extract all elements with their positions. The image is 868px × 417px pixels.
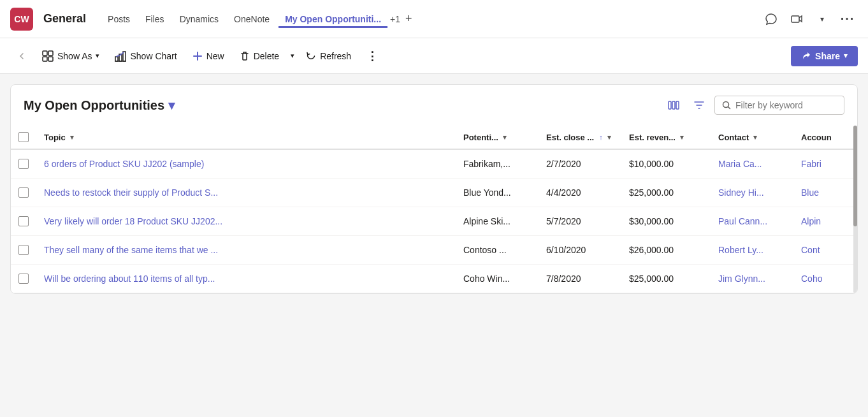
row-contact[interactable]: Sidney Hi... <box>711 179 793 207</box>
new-button[interactable]: New <box>186 47 231 65</box>
chat-icon-btn[interactable] <box>761 9 781 29</box>
contact-link[interactable]: Robert Ly... <box>718 245 763 255</box>
row-checkbox-cell[interactable] <box>11 236 36 265</box>
contact-link[interactable]: Sidney Hi... <box>718 187 764 198</box>
row-potential: Alpine Ski... <box>456 207 539 236</box>
topic-link[interactable]: Will be ordering about 110 items of all … <box>44 274 215 284</box>
video-icon-btn[interactable] <box>786 9 807 29</box>
opportunities-table: Topic ▾ Potenti... ▾ Est <box>11 126 857 293</box>
row-topic[interactable]: They sell many of the same items that we… <box>36 236 456 265</box>
account-link[interactable]: Coho <box>801 274 822 284</box>
table-header-row: Topic ▾ Potenti... ▾ Est <box>11 126 857 149</box>
filter-keyword-input[interactable] <box>735 100 837 110</box>
row-contact[interactable]: Paul Cann... <box>711 207 793 236</box>
main-content: My Open Opportunities ▾ <box>0 74 868 304</box>
row-close: 7/8/2020 <box>539 265 621 293</box>
row-close: 5/7/2020 <box>539 207 621 236</box>
table-row[interactable]: Very likely will order 18 Product SKU JJ… <box>11 207 857 236</box>
chevron-down-icon-btn[interactable]: ▾ <box>812 9 832 29</box>
show-as-button[interactable]: Show As ▾ <box>36 47 106 66</box>
row-checkbox-cell[interactable] <box>11 207 36 236</box>
back-button[interactable] <box>10 47 33 65</box>
nav-links: Posts Files Dynamics OneNote My Open Opp… <box>101 10 412 28</box>
column-settings-icon-btn[interactable] <box>663 95 684 115</box>
row-checkbox-cell[interactable] <box>11 179 36 207</box>
row-potential: Contoso ... <box>456 236 539 265</box>
topic-link[interactable]: Very likely will order 18 Product SKU JJ… <box>44 216 222 226</box>
row-potential: Blue Yond... <box>456 179 539 207</box>
row-account[interactable]: Cont <box>793 236 857 265</box>
th-potential[interactable]: Potenti... ▾ <box>456 126 539 149</box>
more-button[interactable]: ⋮ <box>360 45 384 67</box>
th-contact[interactable]: Contact ▾ <box>711 126 793 149</box>
contact-link[interactable]: Jim Glynn... <box>718 274 765 284</box>
contact-link[interactable]: Maria Ca... <box>718 159 762 169</box>
delete-icon <box>240 51 250 61</box>
filter-input-container[interactable] <box>714 96 844 115</box>
account-link[interactable]: Cont <box>801 245 820 255</box>
row-checkbox[interactable] <box>18 274 29 284</box>
row-topic[interactable]: Very likely will order 18 Product SKU JJ… <box>36 207 456 236</box>
share-icon <box>801 51 811 61</box>
svg-rect-9 <box>672 101 675 109</box>
row-checkbox[interactable] <box>18 187 29 198</box>
contact-link[interactable]: Paul Cann... <box>718 216 767 226</box>
table-body: 6 orders of Product SKU JJ202 (sample) F… <box>11 149 857 293</box>
row-contact[interactable]: Robert Ly... <box>711 236 793 265</box>
account-link[interactable]: Blue <box>801 187 819 198</box>
row-contact[interactable]: Maria Ca... <box>711 149 793 179</box>
scrollbar-thumb[interactable] <box>853 126 857 226</box>
delete-dropdown-button[interactable]: ▾ <box>288 48 297 64</box>
th-revenue[interactable]: Est. reven... ▾ <box>621 126 711 149</box>
nav-opportunities[interactable]: My Open Opportuniti... <box>278 10 387 28</box>
toolbar: Show As ▾ Show Chart New Delete ▾ Refre <box>0 38 868 74</box>
more-icon: ⋮ <box>366 49 378 63</box>
nav-dynamics[interactable]: Dynamics <box>173 10 225 28</box>
row-checkbox[interactable] <box>18 216 29 226</box>
view-title-chevron[interactable]: ▾ <box>168 98 175 113</box>
row-checkbox[interactable] <box>18 245 29 255</box>
filter-icon-btn[interactable] <box>689 95 709 115</box>
svg-rect-5 <box>115 57 118 61</box>
add-tab-btn[interactable]: + <box>405 12 412 26</box>
svg-rect-4 <box>48 57 53 61</box>
table-row[interactable]: Will be ordering about 110 items of all … <box>11 265 857 293</box>
row-checkbox-cell[interactable] <box>11 265 36 293</box>
row-account[interactable]: Blue <box>793 179 857 207</box>
table-row[interactable]: Needs to restock their supply of Product… <box>11 179 857 207</box>
row-checkbox-cell[interactable] <box>11 149 36 179</box>
more-options-icon-btn[interactable]: ··· <box>837 9 858 29</box>
nav-plus-badge[interactable]: +1 <box>390 14 400 24</box>
row-topic[interactable]: 6 orders of Product SKU JJ202 (sample) <box>36 149 456 179</box>
row-topic[interactable]: Will be ordering about 110 items of all … <box>36 265 456 293</box>
delete-button[interactable]: Delete <box>233 47 286 65</box>
topic-link[interactable]: Needs to restock their supply of Product… <box>44 187 218 198</box>
th-close[interactable]: Est. close ... ↑ ▾ <box>539 126 621 149</box>
share-button[interactable]: Share ▾ <box>791 46 858 66</box>
row-contact[interactable]: Jim Glynn... <box>711 265 793 293</box>
account-link[interactable]: Fabri <box>801 159 821 169</box>
row-account[interactable]: Coho <box>793 265 857 293</box>
video-icon <box>790 13 803 26</box>
refresh-button[interactable]: Refresh <box>300 47 358 65</box>
show-chart-button[interactable]: Show Chart <box>108 47 183 66</box>
scrollbar-track <box>853 126 857 293</box>
row-checkbox[interactable] <box>18 159 29 169</box>
table-row[interactable]: 6 orders of Product SKU JJ202 (sample) F… <box>11 149 857 179</box>
th-topic[interactable]: Topic ▾ <box>36 126 456 149</box>
row-account[interactable]: Fabri <box>793 149 857 179</box>
topic-link[interactable]: They sell many of the same items that we… <box>44 245 218 255</box>
top-nav: CW General Posts Files Dynamics OneNote … <box>0 0 868 38</box>
th-select-all[interactable] <box>11 126 36 149</box>
row-account[interactable]: Alpin <box>793 207 857 236</box>
select-all-checkbox[interactable] <box>18 132 29 142</box>
nav-files[interactable]: Files <box>139 10 171 28</box>
topic-link[interactable]: 6 orders of Product SKU JJ202 (sample) <box>44 159 204 169</box>
table-row[interactable]: They sell many of the same items that we… <box>11 236 857 265</box>
row-revenue: $30,000.00 <box>621 207 711 236</box>
row-topic[interactable]: Needs to restock their supply of Product… <box>36 179 456 207</box>
show-chart-icon <box>115 50 126 62</box>
nav-posts[interactable]: Posts <box>101 10 136 28</box>
account-link[interactable]: Alpin <box>801 216 821 226</box>
nav-onenote[interactable]: OneNote <box>228 10 276 28</box>
